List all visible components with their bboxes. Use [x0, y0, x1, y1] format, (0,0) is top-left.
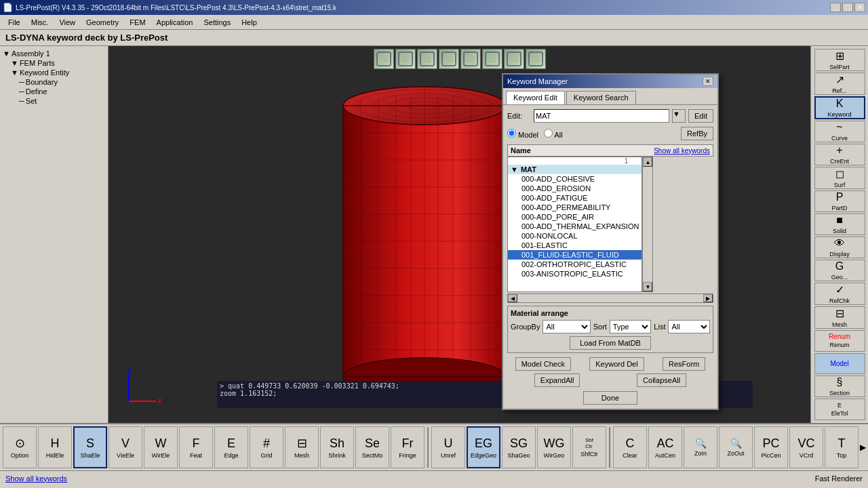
kw-list-item-2[interactable]: 000-ADD_FATIGUE: [508, 193, 642, 203]
kw-edit-input[interactable]: [534, 109, 669, 123]
kw-tab-search[interactable]: Keyword Search: [566, 91, 636, 104]
rt-btn-mesh[interactable]: ⊟ Mesh: [814, 306, 865, 329]
scroll-left[interactable]: ◀: [508, 294, 517, 302]
bot-btn-wirgeo[interactable]: WG WirGeo: [537, 426, 571, 468]
bot-btn-wirele[interactable]: W WirEle: [144, 426, 178, 468]
tree-item-assembly[interactable]: ▼ Assembly 1: [3, 49, 105, 58]
bot-btn-shageo[interactable]: SG ShaGeo: [502, 426, 536, 468]
view-cube-7[interactable]: [504, 49, 524, 69]
kw-model-check-button[interactable]: Model Check: [515, 357, 571, 371]
tree-item-keyword-entity[interactable]: ▼ Keyword Entity: [3, 68, 105, 77]
bot-btn-sectmo[interactable]: Se SectMo: [355, 426, 389, 468]
bot-btn-zoin[interactable]: 🔍 ZoIn: [684, 426, 717, 468]
rt-btn-selpart[interactable]: ⊞ SelPart: [814, 49, 865, 71]
kw-radio-all-label[interactable]: All: [544, 129, 563, 139]
bot-btn-shaele[interactable]: S ShaEle: [73, 426, 107, 468]
kw-done-button[interactable]: Done: [583, 391, 637, 405]
tree-item-fem-parts[interactable]: ▼ FEM Parts: [3, 58, 105, 68]
kw-list-item-4[interactable]: 000-ADD_PORE_AIR: [508, 212, 642, 222]
scroll-right[interactable]: ▶: [703, 294, 713, 302]
kw-list-item-8[interactable]: 001_FLUID-ELASTIC_FLUID: [508, 250, 642, 260]
kw-radio-model-label[interactable]: Model: [507, 129, 538, 139]
kw-list[interactable]: 1 ▼ MAT 000-ADD_COHESIVE 000-ADD_EROSION…: [507, 157, 642, 292]
tree-item-set[interactable]: ─ Set: [3, 96, 105, 106]
mat-list-select[interactable]: All: [668, 320, 710, 333]
bot-btn-option[interactable]: ⊙ Option: [3, 426, 37, 468]
kw-list-group-mat[interactable]: ▼ MAT: [508, 165, 642, 174]
rt-btn-solid[interactable]: ■ Solid: [814, 214, 865, 235]
minimize-button[interactable]: _: [830, 3, 841, 12]
bot-btn-edgegeo[interactable]: EG EdgeGeo: [467, 426, 500, 468]
menu-help[interactable]: Help: [236, 17, 262, 28]
kw-list-item-3[interactable]: 000-ADD_PERMEABILITY: [508, 203, 642, 212]
bot-btn-shfctr[interactable]: ShfCtr ShfCtr: [572, 426, 606, 468]
maximize-button[interactable]: □: [842, 3, 853, 12]
menu-fem[interactable]: FEM: [124, 17, 151, 28]
rt-btn-eletol[interactable]: E EleTol: [814, 399, 865, 420]
bot-btn-grid[interactable]: # Grid: [250, 426, 283, 468]
menu-application[interactable]: Application: [151, 17, 199, 28]
view-cube-2[interactable]: [395, 49, 416, 69]
kw-list-item-6[interactable]: 000-NONLOCAL: [508, 231, 642, 241]
kw-keyword-del-button[interactable]: Keyword Del: [589, 357, 644, 371]
bot-btn-shrink[interactable]: Sh Shrink: [320, 426, 354, 468]
bot-btn-autcen[interactable]: AC AutCen: [648, 426, 682, 468]
bot-btn-top[interactable]: T Top: [825, 426, 859, 468]
kw-tab-edit[interactable]: Keyword Edit: [506, 91, 565, 104]
kw-res-form-button[interactable]: ResForm: [663, 357, 705, 371]
rt-btn-display[interactable]: 👁 Display: [814, 237, 865, 258]
rt-btn-creent[interactable]: + CreEnt: [814, 144, 865, 165]
mat-load-button[interactable]: Load From MatDB: [570, 336, 651, 350]
bot-btn-mesh[interactable]: ⊟ Mesh: [285, 426, 319, 468]
view-cube-5[interactable]: [460, 49, 481, 69]
rt-btn-renum[interactable]: Renum Renum: [814, 330, 865, 352]
bot-btn-vieele[interactable]: V VieEle: [108, 426, 142, 468]
rt-btn-ref[interactable]: ↗ Ref...: [814, 73, 865, 95]
kw-list-item-0[interactable]: 000-ADD_COHESIVE: [508, 174, 642, 184]
kw-close-button[interactable]: ✕: [703, 77, 713, 86]
rt-btn-model[interactable]: Model: [814, 353, 865, 375]
kw-edit-button[interactable]: Edit: [688, 109, 713, 123]
menu-settings[interactable]: Settings: [198, 17, 236, 28]
close-button[interactable]: ✕: [854, 3, 865, 12]
kw-list-item-7[interactable]: 001-ELASTIC: [508, 241, 642, 250]
bot-btn-fringe[interactable]: Fr Fringe: [391, 426, 425, 468]
viewport[interactable]: Z X > quat 0.449733 0.620039 -0.003321 0…: [108, 46, 810, 423]
bot-btn-clear[interactable]: C Clear: [613, 426, 647, 468]
rt-btn-surf[interactable]: ◻ Surf: [814, 167, 865, 189]
status-left[interactable]: Show all keywords: [5, 474, 67, 483]
mat-sort-select[interactable]: Type: [610, 320, 652, 333]
view-cube-1[interactable]: [374, 49, 394, 69]
view-cube-6[interactable]: [482, 49, 502, 69]
menu-geometry[interactable]: Geometry: [81, 17, 124, 28]
menu-misc[interactable]: Misc.: [26, 17, 54, 28]
bot-btn-feat[interactable]: F Feat: [179, 426, 213, 468]
rt-btn-geo[interactable]: G Geo...: [814, 260, 865, 281]
kw-list-item-5[interactable]: 000-ADD_THERMAL_EXPANSION: [508, 222, 642, 231]
bot-btn-zoout[interactable]: 🔍 ZoOut: [719, 426, 753, 468]
bot-arrow-more[interactable]: ▶: [860, 443, 866, 452]
kw-list-show-all[interactable]: Show all keywords: [654, 147, 710, 155]
rt-btn-keyword[interactable]: K Keyword: [814, 96, 865, 119]
scroll-down[interactable]: ▼: [643, 282, 652, 291]
kw-edit-dropdown[interactable]: ▼: [672, 109, 686, 123]
kw-radio-model[interactable]: [507, 129, 516, 138]
kw-refby-button[interactable]: RefBy: [681, 127, 713, 140]
bot-btn-vcrd[interactable]: VC VCrd: [789, 426, 823, 468]
kw-expand-all-button[interactable]: ExpandAll: [534, 373, 580, 387]
rt-btn-partd[interactable]: P PartD: [814, 190, 865, 212]
rt-btn-refchk[interactable]: ✓ RefChk: [814, 283, 865, 305]
kw-title-bar[interactable]: Keyword Manager ✕: [503, 75, 717, 88]
view-cube-3[interactable]: [417, 49, 437, 69]
kw-radio-all[interactable]: [544, 129, 553, 138]
kw-hscrollbar[interactable]: ◀ ▶: [507, 293, 713, 303]
mat-groupby-select[interactable]: All: [542, 320, 590, 333]
kw-scrollbar[interactable]: ▲ ▼: [642, 157, 653, 292]
view-cube-4[interactable]: [439, 49, 459, 69]
view-cube-8[interactable]: [526, 49, 546, 69]
bot-btn-edge[interactable]: E Edge: [214, 426, 248, 468]
bot-btn-hideele[interactable]: H HidEle: [38, 426, 72, 468]
bot-btn-unref[interactable]: U Unref: [431, 426, 465, 468]
menu-file[interactable]: File: [3, 17, 26, 28]
rt-btn-curve[interactable]: ~ Curve: [814, 121, 865, 142]
